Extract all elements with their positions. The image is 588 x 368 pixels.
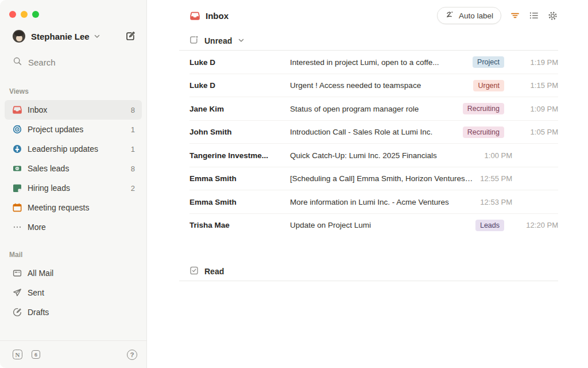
- view-label: Project updates: [28, 125, 131, 134]
- search-icon: [13, 56, 22, 68]
- user-name: Stephanie Lee: [31, 32, 90, 41]
- sidebar-view-item[interactable]: Inbox 8: [5, 100, 142, 120]
- filter-icon[interactable]: [509, 10, 520, 21]
- sidebar-footer: N 6 ?: [0, 340, 146, 368]
- view-label: Leadership updates: [28, 144, 131, 154]
- view-icon: [13, 183, 22, 193]
- view-icon: [13, 105, 22, 114]
- auto-label-sparkle-icon: [445, 10, 455, 21]
- unread-section-header[interactable]: Unread: [179, 31, 558, 51]
- email-row[interactable]: Tangerine Investme... Quick Catch-Up: Lu…: [179, 144, 558, 167]
- account-switcher[interactable]: Stephanie Lee: [0, 18, 146, 43]
- email-time: 1:15 PM: [512, 81, 558, 90]
- unread-section-label: Unread: [204, 36, 232, 45]
- sidebar-mail-item[interactable]: Drafts: [5, 302, 142, 322]
- auto-label-text: Auto label: [459, 12, 493, 20]
- email-row[interactable]: Luke D Urgent ! Access needed to teamspa…: [179, 74, 558, 98]
- sidebar-view-item[interactable]: Project updates 1: [5, 120, 142, 139]
- settings-gear-icon[interactable]: [547, 10, 558, 21]
- email-time: 12:53 PM: [480, 198, 512, 206]
- view-label: More: [28, 223, 135, 232]
- email-subject: Introduction Call - Sales Role at Lumi I…: [290, 128, 463, 136]
- email-sender: Emma Smith: [189, 198, 290, 206]
- email-time: 12:55 PM: [480, 174, 512, 183]
- sidebar-mail-item[interactable]: Sent: [5, 283, 142, 302]
- mail-item-icon: [13, 269, 22, 278]
- view-label: Meeting requests: [28, 203, 135, 212]
- list-view-icon[interactable]: [528, 10, 539, 21]
- sidebar-view-item[interactable]: Meeting requests: [5, 198, 142, 217]
- email-time: 1:05 PM: [512, 128, 558, 136]
- sidebar-view-item[interactable]: Hiring leads 2: [5, 178, 142, 198]
- email-sender: Emma Smith: [189, 174, 290, 183]
- calendar-app-icon[interactable]: 6: [32, 350, 40, 359]
- sidebar-view-item[interactable]: Leadership updates 1: [5, 139, 142, 159]
- compose-button[interactable]: [123, 29, 137, 43]
- mail-section-label: Mail: [0, 251, 146, 259]
- mail-item-label: All Mail: [28, 269, 135, 278]
- email-time: 1:00 PM: [485, 151, 512, 160]
- view-label: Inbox: [28, 105, 131, 114]
- email-label-badge: Recruiting: [463, 103, 504, 114]
- email-sender: Luke D: [189, 58, 290, 67]
- mail-list: All Mail Sent Drafts: [5, 263, 142, 322]
- email-label-badge: Urgent: [473, 80, 504, 91]
- email-subject: Urgent ! Access needed to teamspace: [290, 81, 473, 90]
- view-icon: [13, 125, 22, 134]
- inbox-header: Inbox Auto label: [179, 0, 558, 31]
- email-subject: [Scheduling a Call] Emma Smith, Horizon …: [290, 174, 480, 183]
- notion-logo-icon[interactable]: N: [13, 350, 22, 359]
- email-row[interactable]: Emma Smith More information in Lumi Inc.…: [179, 190, 558, 214]
- view-count: 1: [131, 125, 135, 134]
- window-controls: [0, 0, 146, 18]
- unread-icon: [189, 35, 199, 47]
- user-avatar: [13, 30, 25, 43]
- view-count: 8: [131, 106, 135, 114]
- chevron-down-icon: [94, 33, 100, 40]
- email-subject: Update on Project Lumi: [290, 221, 475, 229]
- view-icon: [13, 203, 22, 212]
- minimize-window-button[interactable]: [21, 11, 28, 18]
- unread-chevron-down-icon[interactable]: [238, 36, 245, 46]
- read-section-header[interactable]: Read: [179, 262, 558, 281]
- email-subject: Status of open program manager role: [290, 105, 463, 113]
- mail-item-label: Drafts: [28, 308, 135, 317]
- email-sender: Tangerine Investme...: [189, 151, 290, 160]
- email-row[interactable]: Luke D Interested in project Lumi, open …: [179, 51, 558, 74]
- sidebar-view-item[interactable]: More: [5, 217, 142, 237]
- view-count: 8: [131, 164, 135, 173]
- sidebar-view-item[interactable]: Sales leads 8: [5, 159, 142, 178]
- view-count: 1: [131, 145, 135, 154]
- view-label: Hiring leads: [28, 183, 131, 193]
- email-time: 12:20 PM: [512, 221, 558, 229]
- close-window-button[interactable]: [9, 11, 16, 18]
- mail-item-icon: [13, 308, 22, 317]
- mail-item-icon: [13, 288, 22, 297]
- email-subject: Interested in project Lumi, open to a co…: [290, 58, 473, 67]
- email-label-badge: Recruiting: [463, 126, 504, 138]
- email-time: 1:09 PM: [512, 105, 558, 113]
- email-row[interactable]: John Smith Introduction Call - Sales Rol…: [179, 121, 558, 144]
- sidebar-mail-item[interactable]: All Mail: [5, 263, 142, 283]
- view-icon: [13, 144, 22, 154]
- auto-label-button[interactable]: Auto label: [437, 7, 501, 24]
- zoom-window-button[interactable]: [32, 11, 39, 18]
- inbox-icon: [189, 10, 200, 21]
- view-icon: [13, 164, 22, 173]
- email-row[interactable]: Trisha Mae Update on Project Lumi Leads …: [179, 214, 558, 237]
- email-subject: Quick Catch-Up: Lumi Inc. 2025 Financial…: [290, 151, 485, 160]
- views-section-label: Views: [0, 87, 146, 95]
- read-section-label: Read: [204, 267, 224, 276]
- email-sender: Trisha Mae: [189, 221, 290, 229]
- views-list: Inbox 8 Project updates 1 Leadership upd…: [5, 100, 142, 237]
- page-title: Inbox: [206, 11, 229, 21]
- email-row[interactable]: Jane Kim Status of open program manager …: [179, 97, 558, 121]
- email-label-badge: Leads: [475, 220, 504, 231]
- mail-item-label: Sent: [28, 288, 135, 297]
- help-icon[interactable]: ?: [127, 350, 137, 360]
- email-row[interactable]: Emma Smith [Scheduling a Call] Emma Smit…: [179, 167, 558, 191]
- unread-email-list: Luke D Interested in project Lumi, open …: [179, 51, 558, 237]
- search-input[interactable]: Search: [0, 55, 146, 70]
- view-icon: [13, 223, 22, 232]
- view-count: 2: [131, 184, 135, 193]
